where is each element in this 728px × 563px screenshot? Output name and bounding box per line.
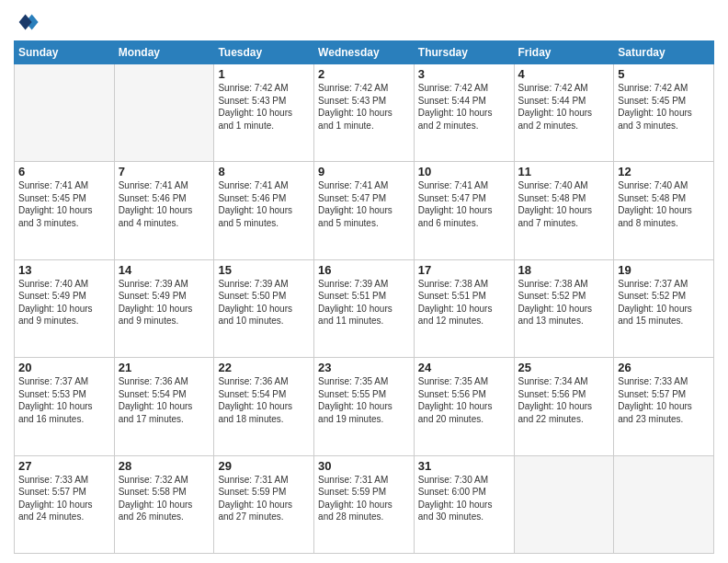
weekday-row: SundayMondayTuesdayWednesdayThursdayFrid… <box>15 41 714 64</box>
day-number: 31 <box>418 459 510 473</box>
calendar-cell: 25Sunrise: 7:34 AMSunset: 5:56 PMDayligh… <box>514 358 614 455</box>
calendar-cell: 10Sunrise: 7:41 AMSunset: 5:47 PMDayligh… <box>414 162 514 259</box>
weekday-header-saturday: Saturday <box>614 41 714 64</box>
calendar-cell: 13Sunrise: 7:40 AMSunset: 5:49 PMDayligh… <box>15 259 115 357</box>
day-info: Sunrise: 7:41 AMSunset: 5:47 PMDaylight:… <box>418 179 510 229</box>
day-number: 23 <box>318 361 410 374</box>
weekday-header-sunday: Sunday <box>15 41 115 64</box>
calendar-cell: 20Sunrise: 7:37 AMSunset: 5:53 PMDayligh… <box>15 358 115 455</box>
calendar-cell: 2Sunrise: 7:42 AMSunset: 5:43 PMDaylight… <box>314 64 415 162</box>
day-info: Sunrise: 7:39 AMSunset: 5:51 PMDaylight:… <box>318 278 410 327</box>
day-number: 7 <box>119 165 210 178</box>
week-row-1: 1Sunrise: 7:42 AMSunset: 5:43 PMDaylight… <box>15 64 714 162</box>
day-info: Sunrise: 7:40 AMSunset: 5:48 PMDaylight:… <box>518 179 610 229</box>
day-number: 8 <box>218 165 310 178</box>
day-number: 5 <box>618 67 710 81</box>
day-info: Sunrise: 7:35 AMSunset: 5:56 PMDaylight:… <box>418 375 510 425</box>
day-info: Sunrise: 7:38 AMSunset: 5:52 PMDaylight:… <box>518 278 610 327</box>
day-number: 18 <box>518 263 610 277</box>
day-info: Sunrise: 7:37 AMSunset: 5:53 PMDaylight:… <box>18 375 110 425</box>
day-info: Sunrise: 7:35 AMSunset: 5:55 PMDaylight:… <box>318 375 410 425</box>
day-info: Sunrise: 7:31 AMSunset: 5:59 PMDaylight:… <box>318 474 410 523</box>
calendar-cell <box>514 455 614 553</box>
day-number: 13 <box>18 263 110 277</box>
calendar-cell: 12Sunrise: 7:40 AMSunset: 5:48 PMDayligh… <box>614 162 714 259</box>
day-info: Sunrise: 7:31 AMSunset: 5:59 PMDaylight:… <box>218 474 310 523</box>
calendar-cell: 31Sunrise: 7:30 AMSunset: 6:00 PMDayligh… <box>414 455 514 553</box>
day-number: 16 <box>318 263 410 277</box>
calendar-cell: 5Sunrise: 7:42 AMSunset: 5:45 PMDaylight… <box>614 64 714 162</box>
day-info: Sunrise: 7:34 AMSunset: 5:56 PMDaylight:… <box>518 375 610 425</box>
day-number: 6 <box>18 165 110 178</box>
calendar-cell: 30Sunrise: 7:31 AMSunset: 5:59 PMDayligh… <box>314 455 415 553</box>
week-row-5: 27Sunrise: 7:33 AMSunset: 5:57 PMDayligh… <box>15 455 714 553</box>
day-number: 29 <box>218 459 310 473</box>
calendar-cell: 19Sunrise: 7:37 AMSunset: 5:52 PMDayligh… <box>614 259 714 357</box>
calendar-cell <box>614 455 714 553</box>
calendar-cell: 7Sunrise: 7:41 AMSunset: 5:46 PMDaylight… <box>114 162 214 259</box>
day-info: Sunrise: 7:39 AMSunset: 5:49 PMDaylight:… <box>119 278 210 327</box>
day-info: Sunrise: 7:40 AMSunset: 5:49 PMDaylight:… <box>18 278 110 327</box>
week-row-4: 20Sunrise: 7:37 AMSunset: 5:53 PMDayligh… <box>15 358 714 455</box>
day-info: Sunrise: 7:41 AMSunset: 5:47 PMDaylight:… <box>318 179 410 229</box>
weekday-header-thursday: Thursday <box>414 41 514 64</box>
calendar-cell: 6Sunrise: 7:41 AMSunset: 5:45 PMDaylight… <box>15 162 115 259</box>
day-number: 20 <box>18 361 110 374</box>
calendar-body: 1Sunrise: 7:42 AMSunset: 5:43 PMDaylight… <box>15 64 714 554</box>
calendar-cell: 9Sunrise: 7:41 AMSunset: 5:47 PMDaylight… <box>314 162 415 259</box>
day-number: 30 <box>318 459 410 473</box>
calendar-cell: 15Sunrise: 7:39 AMSunset: 5:50 PMDayligh… <box>214 259 314 357</box>
day-info: Sunrise: 7:41 AMSunset: 5:46 PMDaylight:… <box>119 179 210 229</box>
day-info: Sunrise: 7:30 AMSunset: 6:00 PMDaylight:… <box>418 474 510 523</box>
day-number: 14 <box>119 263 210 277</box>
day-info: Sunrise: 7:42 AMSunset: 5:43 PMDaylight:… <box>318 82 410 132</box>
weekday-header-wednesday: Wednesday <box>314 41 415 64</box>
day-info: Sunrise: 7:41 AMSunset: 5:46 PMDaylight:… <box>218 179 310 229</box>
calendar-cell: 4Sunrise: 7:42 AMSunset: 5:44 PMDaylight… <box>514 64 614 162</box>
calendar-cell: 17Sunrise: 7:38 AMSunset: 5:51 PMDayligh… <box>414 259 514 357</box>
calendar-header: SundayMondayTuesdayWednesdayThursdayFrid… <box>15 41 714 64</box>
day-info: Sunrise: 7:42 AMSunset: 5:44 PMDaylight:… <box>518 82 610 132</box>
calendar-cell: 21Sunrise: 7:36 AMSunset: 5:54 PMDayligh… <box>114 358 214 455</box>
calendar-cell: 22Sunrise: 7:36 AMSunset: 5:54 PMDayligh… <box>214 358 314 455</box>
calendar-cell: 3Sunrise: 7:42 AMSunset: 5:44 PMDaylight… <box>414 64 514 162</box>
calendar-cell: 29Sunrise: 7:31 AMSunset: 5:59 PMDayligh… <box>214 455 314 553</box>
day-number: 9 <box>318 165 410 178</box>
calendar-cell: 26Sunrise: 7:33 AMSunset: 5:57 PMDayligh… <box>614 358 714 455</box>
weekday-header-friday: Friday <box>514 41 614 64</box>
calendar-cell: 23Sunrise: 7:35 AMSunset: 5:55 PMDayligh… <box>314 358 415 455</box>
day-number: 11 <box>518 165 610 178</box>
day-number: 3 <box>418 67 510 81</box>
day-info: Sunrise: 7:33 AMSunset: 5:57 PMDaylight:… <box>18 474 110 523</box>
day-number: 15 <box>218 263 310 277</box>
day-number: 24 <box>418 361 510 374</box>
day-info: Sunrise: 7:41 AMSunset: 5:45 PMDaylight:… <box>18 179 110 229</box>
day-info: Sunrise: 7:36 AMSunset: 5:54 PMDaylight:… <box>119 375 210 425</box>
weekday-header-tuesday: Tuesday <box>214 41 314 64</box>
calendar-cell <box>114 64 214 162</box>
day-info: Sunrise: 7:42 AMSunset: 5:43 PMDaylight:… <box>218 82 310 132</box>
calendar-cell: 8Sunrise: 7:41 AMSunset: 5:46 PMDaylight… <box>214 162 314 259</box>
day-number: 27 <box>18 459 110 473</box>
day-number: 17 <box>418 263 510 277</box>
header <box>14 9 714 35</box>
calendar-cell: 16Sunrise: 7:39 AMSunset: 5:51 PMDayligh… <box>314 259 415 357</box>
day-info: Sunrise: 7:32 AMSunset: 5:58 PMDaylight:… <box>119 474 210 523</box>
day-info: Sunrise: 7:36 AMSunset: 5:54 PMDaylight:… <box>218 375 310 425</box>
day-number: 2 <box>318 67 410 81</box>
day-number: 10 <box>418 165 510 178</box>
day-info: Sunrise: 7:40 AMSunset: 5:48 PMDaylight:… <box>618 179 710 229</box>
day-number: 4 <box>518 67 610 81</box>
calendar-cell: 28Sunrise: 7:32 AMSunset: 5:58 PMDayligh… <box>114 455 214 553</box>
week-row-3: 13Sunrise: 7:40 AMSunset: 5:49 PMDayligh… <box>15 259 714 357</box>
calendar-cell: 27Sunrise: 7:33 AMSunset: 5:57 PMDayligh… <box>15 455 115 553</box>
day-number: 25 <box>518 361 610 374</box>
calendar-cell: 14Sunrise: 7:39 AMSunset: 5:49 PMDayligh… <box>114 259 214 357</box>
week-row-2: 6Sunrise: 7:41 AMSunset: 5:45 PMDaylight… <box>15 162 714 259</box>
day-number: 28 <box>119 459 210 473</box>
day-number: 1 <box>218 67 310 81</box>
day-info: Sunrise: 7:39 AMSunset: 5:50 PMDaylight:… <box>218 278 310 327</box>
day-number: 21 <box>119 361 210 374</box>
calendar-table: SundayMondayTuesdayWednesdayThursdayFrid… <box>14 40 714 554</box>
calendar-cell: 1Sunrise: 7:42 AMSunset: 5:43 PMDaylight… <box>214 64 314 162</box>
